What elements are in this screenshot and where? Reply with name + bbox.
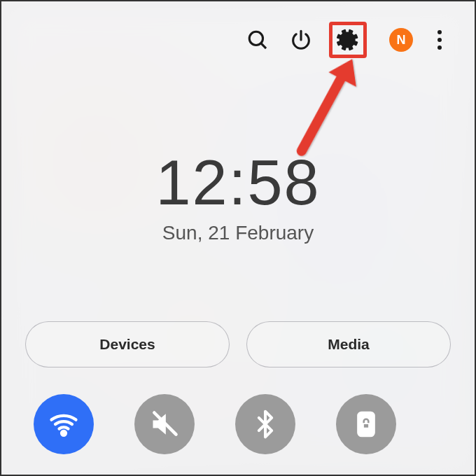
quick-toggle-row bbox=[8, 394, 468, 454]
bluetooth-icon bbox=[250, 409, 281, 440]
notification-panel: N 12:58 Sun, 21 February Devices Media bbox=[1, 1, 475, 475]
wifi-icon bbox=[48, 409, 79, 440]
gear-icon[interactable] bbox=[335, 27, 360, 52]
wifi-toggle[interactable] bbox=[34, 394, 94, 454]
svg-point-0 bbox=[249, 31, 262, 45]
rotation-lock-toggle[interactable] bbox=[336, 394, 396, 454]
rotation-lock-icon bbox=[351, 409, 382, 440]
device-media-row: Devices Media bbox=[8, 321, 468, 368]
mute-icon bbox=[149, 409, 180, 440]
devices-button[interactable]: Devices bbox=[25, 321, 230, 368]
clock-widget: 12:58 Sun, 21 February bbox=[8, 147, 468, 244]
media-button[interactable]: Media bbox=[246, 321, 451, 368]
more-icon[interactable] bbox=[427, 27, 452, 52]
svg-point-2 bbox=[62, 431, 66, 435]
bluetooth-toggle[interactable] bbox=[235, 394, 295, 454]
devices-label: Devices bbox=[99, 336, 155, 353]
power-icon[interactable] bbox=[288, 27, 314, 52]
profile-avatar[interactable]: N bbox=[389, 28, 413, 52]
avatar-letter: N bbox=[397, 33, 406, 48]
mute-toggle[interactable] bbox=[134, 394, 195, 454]
annotation-arrow bbox=[268, 49, 386, 161]
media-label: Media bbox=[328, 336, 370, 353]
clock-time: 12:58 bbox=[8, 147, 468, 219]
panel-top-toolbar: N bbox=[8, 1, 468, 56]
search-icon[interactable] bbox=[245, 27, 270, 52]
svg-line-1 bbox=[261, 43, 266, 48]
svg-rect-5 bbox=[363, 423, 370, 428]
clock-date: Sun, 21 February bbox=[8, 222, 468, 244]
